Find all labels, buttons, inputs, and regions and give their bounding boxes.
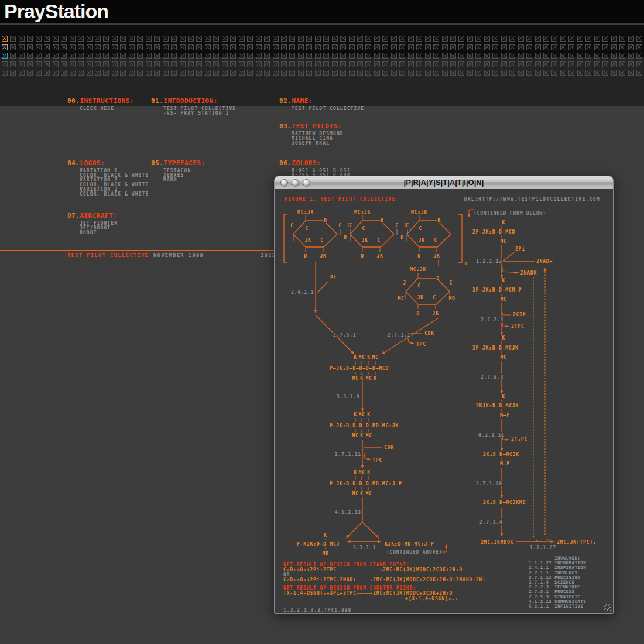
grid-checkbox[interactable]	[611, 53, 617, 59]
grid-checkbox[interactable]	[264, 61, 270, 67]
grid-checkbox[interactable]	[467, 36, 473, 42]
instructions-click-here[interactable]: CLICK HERE	[80, 107, 134, 111]
grid-checkbox[interactable]	[425, 44, 431, 50]
grid-checkbox[interactable]	[95, 61, 101, 67]
grid-checkbox[interactable]	[492, 61, 498, 67]
grid-checkbox[interactable]	[239, 44, 245, 50]
grid-checkbox[interactable]	[120, 61, 126, 67]
grid-checkbox[interactable]	[518, 53, 524, 59]
grid-checkbox[interactable]	[180, 61, 186, 67]
grid-checkbox[interactable]	[36, 53, 42, 59]
grid-checkbox[interactable]	[636, 53, 642, 59]
grid-checkbox[interactable]	[289, 36, 295, 42]
grid-checkbox[interactable]	[535, 70, 541, 76]
grid-checkbox[interactable]	[408, 70, 414, 76]
grid-checkbox[interactable]	[281, 61, 287, 67]
grid-checkbox[interactable]	[509, 44, 515, 50]
grid-checkbox[interactable]	[154, 70, 160, 76]
grid-checkbox[interactable]	[36, 61, 42, 67]
grid-checkbox[interactable]	[526, 36, 532, 42]
grid-checkbox[interactable]	[247, 61, 253, 67]
grid-checkbox[interactable]	[120, 44, 126, 50]
grid-checkbox[interactable]	[357, 44, 363, 50]
grid-checkbox[interactable]	[577, 70, 583, 76]
grid-checkbox[interactable]	[213, 53, 219, 59]
grid-checkbox[interactable]	[560, 44, 566, 50]
grid-checkbox[interactable]	[382, 70, 388, 76]
grid-checkbox[interactable]	[19, 36, 25, 42]
grid-checkbox[interactable]	[222, 70, 228, 76]
grid-checkbox[interactable]	[535, 61, 541, 67]
grid-checkbox[interactable]	[509, 53, 515, 59]
grid-checkbox[interactable]	[391, 61, 397, 67]
grid-checkbox[interactable]	[78, 61, 84, 67]
grid-checkbox[interactable]	[205, 36, 211, 42]
window-titlebar[interactable]: |P|R|A|Y|S|T|A|T|I|O|N|	[275, 176, 613, 189]
grid-checkbox[interactable]	[568, 70, 574, 76]
grid-checkbox[interactable]	[264, 44, 270, 50]
grid-checkbox[interactable]	[535, 36, 541, 42]
grid-checkbox[interactable]	[433, 61, 439, 67]
grid-checkbox[interactable]	[10, 61, 16, 67]
grid-checkbox[interactable]	[526, 44, 532, 50]
grid-checkbox[interactable]	[163, 61, 169, 67]
grid-checkbox[interactable]	[112, 53, 118, 59]
grid-checkbox[interactable]	[568, 61, 574, 67]
grid-checkbox[interactable]	[433, 53, 439, 59]
grid-checkbox[interactable]	[458, 70, 464, 76]
grid-checkbox[interactable]	[53, 70, 59, 76]
grid-checkbox[interactable]	[137, 53, 143, 59]
grid-checkbox[interactable]	[19, 53, 25, 59]
grid-checkbox[interactable]	[602, 61, 608, 67]
grid-checkbox[interactable]	[53, 36, 59, 42]
grid-checkbox[interactable]	[2, 61, 8, 67]
grid-checkbox[interactable]	[416, 44, 422, 50]
grid-checkbox[interactable]	[61, 70, 67, 76]
grid-checkbox[interactable]	[602, 36, 608, 42]
grid-checkbox[interactable]	[281, 44, 287, 50]
grid-checkbox[interactable]	[450, 61, 456, 67]
grid-checkbox[interactable]	[36, 44, 42, 50]
grid-checkbox[interactable]	[349, 44, 355, 50]
grid-checkbox[interactable]	[95, 70, 101, 76]
grid-checkbox[interactable]	[306, 44, 312, 50]
grid-checkbox[interactable]	[10, 44, 16, 50]
grid-checkbox[interactable]	[509, 70, 515, 76]
grid-checkbox[interactable]	[391, 36, 397, 42]
grid-checkbox[interactable]	[340, 61, 346, 67]
grid-checkbox[interactable]	[103, 70, 109, 76]
grid-checkbox[interactable]	[78, 36, 84, 42]
grid-checkbox[interactable]	[577, 36, 583, 42]
grid-checkbox[interactable]	[53, 44, 59, 50]
grid-checkbox[interactable]	[205, 61, 211, 67]
grid-checkbox[interactable]	[636, 44, 642, 50]
grid-checkbox[interactable]	[551, 36, 557, 42]
grid-checkbox[interactable]	[518, 61, 524, 67]
grid-checkbox[interactable]	[129, 36, 135, 42]
grid-checkbox[interactable]	[129, 44, 135, 50]
grid-checkbox[interactable]	[551, 70, 557, 76]
grid-checkbox[interactable]	[222, 36, 228, 42]
grid-checkbox[interactable]	[289, 70, 295, 76]
grid-checkbox[interactable]	[475, 70, 481, 76]
grid-checkbox[interactable]	[628, 61, 634, 67]
grid-checkbox[interactable]	[458, 53, 464, 59]
grid-checkbox[interactable]	[27, 53, 33, 59]
grid-checkbox[interactable]	[44, 44, 50, 50]
grid-checkbox[interactable]	[205, 53, 211, 59]
grid-checkbox[interactable]	[332, 70, 338, 76]
grid-checkbox[interactable]	[611, 44, 617, 50]
grid-checkbox[interactable]	[484, 36, 490, 42]
grid-checkbox[interactable]	[408, 53, 414, 59]
grid-checkbox[interactable]	[628, 70, 634, 76]
grid-checkbox[interactable]	[289, 44, 295, 50]
grid-checkbox[interactable]	[315, 44, 321, 50]
grid-checkbox[interactable]	[611, 61, 617, 67]
grid-checkbox[interactable]	[535, 44, 541, 50]
grid-checkbox[interactable]	[357, 53, 363, 59]
grid-checkbox[interactable]	[129, 61, 135, 67]
grid-checkbox[interactable]	[501, 53, 507, 59]
resize-grip[interactable]	[604, 604, 611, 611]
grid-checkbox[interactable]	[357, 61, 363, 67]
grid-checkbox[interactable]	[205, 44, 211, 50]
